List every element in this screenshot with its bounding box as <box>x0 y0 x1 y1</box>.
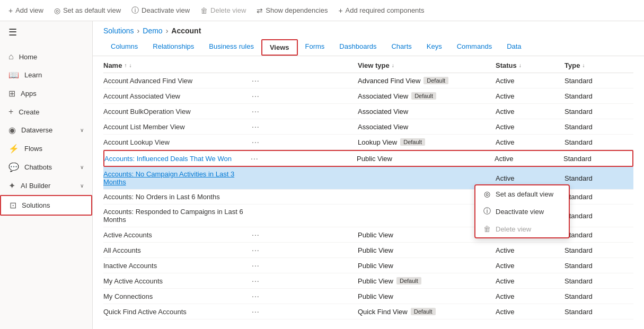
tab-charts[interactable]: Charts <box>384 38 419 56</box>
breadcrumb-demo[interactable]: Demo <box>143 26 162 35</box>
tab-views[interactable]: Views <box>261 39 298 56</box>
deactivate-menu-icon: ⓘ <box>483 207 491 216</box>
row-name[interactable]: Account Advanced Find View <box>103 77 252 85</box>
row-status: Active <box>496 108 564 115</box>
row-name[interactable]: Accounts: Responded to Campaigns in Last… <box>103 208 252 224</box>
header-name[interactable]: Name ↑ ↓ <box>103 61 252 69</box>
row-type: Standard <box>564 262 633 270</box>
sidebar-item-chatbots[interactable]: 💬 Chatbots ∨ <box>0 158 92 176</box>
add-required-icon: + <box>338 6 342 15</box>
row-dots-menu[interactable]: ··· <box>251 154 357 163</box>
table-row: All Accounts···Public ViewActiveStandard <box>103 243 633 258</box>
tab-columns[interactable]: Columns <box>103 38 145 56</box>
apps-icon: ⊞ <box>8 88 15 99</box>
breadcrumb-solutions[interactable]: Solutions <box>103 26 134 35</box>
row-dots-menu[interactable]: ··· <box>252 292 358 300</box>
header-type[interactable]: Type ↓ <box>564 61 633 69</box>
row-status: Active <box>496 77 564 85</box>
row-type: Standard <box>564 92 633 100</box>
context-menu: ◎Set as default viewⓘDeactivate view🗑Del… <box>474 184 570 238</box>
row-name[interactable]: Account Lookup View <box>103 138 252 146</box>
row-view-type: Quick Find ViewDefault <box>358 308 496 316</box>
row-status: Active <box>496 292 564 300</box>
context-menu-item-set-default[interactable]: ◎Set as default view <box>475 185 569 202</box>
row-status: Active <box>496 262 564 270</box>
tab-data[interactable]: Data <box>499 38 528 56</box>
row-dots-menu[interactable]: ··· <box>252 261 358 270</box>
flows-icon: ⚡ <box>8 144 19 154</box>
home-icon: ⌂ <box>8 52 14 61</box>
sidebar-item-dataverse[interactable]: ◉ Dataverse ∨ <box>0 121 92 139</box>
hamburger-button[interactable]: ☰ <box>0 21 92 43</box>
row-dots-menu[interactable]: ··· <box>252 277 358 285</box>
sidebar-item-create[interactable]: + Create <box>0 103 92 121</box>
row-type: Standard <box>564 174 633 182</box>
row-view-type: Lookup ViewDefault <box>358 138 496 146</box>
sidebar-item-ai-builder[interactable]: ✦ AI Builder ∨ <box>0 176 92 195</box>
sidebar-item-home[interactable]: ⌂ Home <box>0 48 92 66</box>
row-type: Standard <box>564 138 633 146</box>
context-menu-item-deactivate[interactable]: ⓘDeactivate view <box>475 202 569 220</box>
tab-dashboards[interactable]: Dashboards <box>332 38 384 56</box>
sidebar-item-solutions[interactable]: ⊡ Solutions <box>0 195 92 216</box>
tab-relationships[interactable]: Relationships <box>145 38 201 56</box>
show-dependencies-button[interactable]: ⇄ Show dependencies <box>257 6 328 15</box>
row-dots-menu[interactable]: ··· <box>252 92 358 100</box>
row-dots-menu[interactable]: ··· <box>252 138 358 146</box>
row-type: Standard <box>564 292 633 300</box>
row-name[interactable]: Accounts: Influenced Deals That We Won <box>104 155 251 163</box>
row-dots-menu[interactable]: ··· <box>252 230 358 239</box>
type-sort-icon: ↓ <box>582 63 585 68</box>
row-name[interactable]: Account List Member View <box>103 123 252 131</box>
sidebar-item-flows[interactable]: ⚡ Flows <box>0 139 92 158</box>
tab-business-rules[interactable]: Business rules <box>201 38 261 56</box>
row-view-type: Public View <box>357 155 495 163</box>
context-menu-item-label: Set as default view <box>496 190 553 198</box>
status-sort-icon: ↓ <box>519 63 522 68</box>
row-status: Active <box>495 155 563 163</box>
sidebar-item-learn[interactable]: 📖 Learn <box>0 66 92 84</box>
add-view-button[interactable]: + Add view <box>8 6 43 15</box>
chatbots-chevron-icon: ∨ <box>80 164 84 170</box>
set-default-view-button[interactable]: ◎ Set as default view <box>54 6 121 15</box>
breadcrumb-current: Account <box>171 26 201 35</box>
row-dots-menu[interactable]: ··· <box>252 246 358 254</box>
header-status[interactable]: Status ↓ <box>496 61 564 69</box>
row-type: Standard <box>564 231 633 239</box>
row-type: Standard <box>564 277 633 285</box>
row-status: Active <box>496 92 564 100</box>
sidebar: ☰ ⌂ Home 📖 Learn ⊞ Apps + Create <box>0 21 93 329</box>
row-dots-menu[interactable]: ··· <box>252 76 358 85</box>
deactivate-view-button[interactable]: ⓘ Deactivate view <box>131 6 190 15</box>
row-name[interactable]: All Accounts <box>103 246 252 254</box>
add-required-components-button[interactable]: + Add required components <box>338 6 424 15</box>
sidebar-item-apps[interactable]: ⊞ Apps <box>0 84 92 103</box>
row-view-type: Public View <box>358 246 496 254</box>
row-badge: Default <box>411 308 436 315</box>
row-name[interactable]: Accounts: No Campaign Activities in Last… <box>103 170 252 186</box>
row-name[interactable]: Account Associated View <box>103 92 252 100</box>
row-name[interactable]: Inactive Accounts <box>103 262 252 270</box>
delete-icon: 🗑 <box>200 6 208 15</box>
tab-commands[interactable]: Commands <box>449 38 499 56</box>
viewtype-sort-icon: ↓ <box>392 63 394 68</box>
header-viewtype[interactable]: View type ↓ <box>358 61 496 69</box>
tab-keys[interactable]: Keys <box>419 38 449 56</box>
delete-view-button[interactable]: 🗑 Delete view <box>200 6 246 15</box>
row-name[interactable]: Active Accounts <box>103 231 252 239</box>
dependencies-icon: ⇄ <box>257 6 263 15</box>
row-name[interactable]: Quick Find Active Accounts <box>103 308 252 316</box>
row-name[interactable]: Accounts: No Orders in Last 6 Months <box>103 193 252 201</box>
table-row: Accounts: Influenced Deals That We Won··… <box>103 150 633 167</box>
row-name[interactable]: My Active Accounts <box>103 277 252 285</box>
row-badge: Default <box>400 138 425 146</box>
tab-forms[interactable]: Forms <box>298 38 332 56</box>
row-dots-menu[interactable]: ··· <box>252 122 358 131</box>
row-status: Active <box>496 277 564 285</box>
row-name[interactable]: My Connections <box>103 292 252 300</box>
table-row: Account List Member View···Associated Vi… <box>103 119 633 135</box>
table-row: Account Lookup View···Lookup ViewDefault… <box>103 135 633 150</box>
row-dots-menu[interactable]: ··· <box>252 107 358 115</box>
row-dots-menu[interactable]: ··· <box>252 307 358 316</box>
row-name[interactable]: Account BulkOperation View <box>103 108 252 115</box>
